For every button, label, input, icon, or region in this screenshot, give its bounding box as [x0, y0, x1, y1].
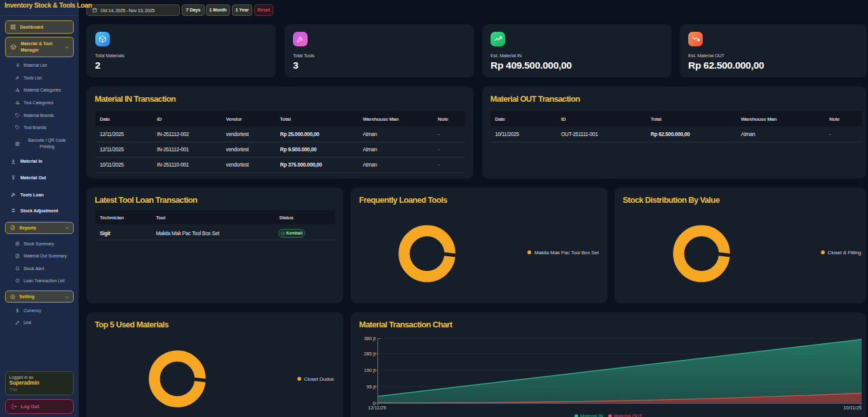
- svg-text:190 jt: 190 jt: [364, 367, 376, 373]
- svg-text:10/11/25: 10/11/25: [843, 405, 862, 411]
- svg-text:285 jt: 285 jt: [364, 351, 376, 357]
- svg-text:Material IN: Material IN: [580, 413, 603, 417]
- svg-text:380 jt: 380 jt: [364, 336, 376, 341]
- svg-text:95 jt: 95 jt: [367, 384, 376, 390]
- svg-text:Material OUT: Material OUT: [614, 413, 642, 417]
- svg-text:12/11/25: 12/11/25: [368, 405, 386, 411]
